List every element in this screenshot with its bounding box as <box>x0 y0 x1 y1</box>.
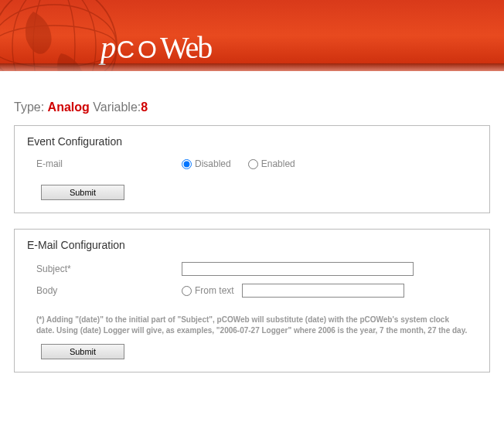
header-divider <box>0 63 504 71</box>
email-label: E-mail <box>27 158 182 169</box>
variable-label: Variable: <box>93 100 141 114</box>
event-configuration-panel: Event Configuration E-mail Disabled Enab… <box>14 125 490 213</box>
body-row: Body From text <box>27 284 477 298</box>
email-enabled-label: Enabled <box>261 158 295 169</box>
type-value: Analog <box>48 100 90 114</box>
email-enabled-radio[interactable] <box>248 159 258 169</box>
subject-label: Subject* <box>27 264 182 274</box>
variable-value: 8 <box>141 100 148 114</box>
body-fromtext-option[interactable]: From text <box>182 285 234 296</box>
email-row: E-mail Disabled Enabled <box>27 158 477 169</box>
header-banner: pCOWeb <box>0 0 504 71</box>
email-radio-group: Disabled Enabled <box>182 158 295 169</box>
body-fromtext-radio[interactable] <box>182 286 192 296</box>
subject-input[interactable] <box>182 262 414 276</box>
event-config-title: Event Configuration <box>27 135 477 148</box>
logo: pCOWeb <box>100 29 211 66</box>
email-configuration-panel: E-Mail Configuration Subject* Body From … <box>14 229 490 372</box>
content-area: Type: Analog Variable:8 Event Configurat… <box>0 71 504 402</box>
body-fromtext-label: From text <box>195 285 234 296</box>
svg-point-4 <box>12 0 96 71</box>
subject-row: Subject* <box>27 262 477 276</box>
event-submit-button[interactable]: Submit <box>41 185 124 200</box>
email-submit-button[interactable]: Submit <box>41 344 124 359</box>
subject-footnote: (*) Adding "(date)" to the initial part … <box>27 305 477 336</box>
body-label: Body <box>27 285 182 296</box>
email-enabled-option[interactable]: Enabled <box>248 158 295 169</box>
email-config-title: E-Mail Configuration <box>27 239 477 251</box>
email-disabled-option[interactable]: Disabled <box>182 158 231 169</box>
email-disabled-radio[interactable] <box>182 159 192 169</box>
fromtext-input[interactable] <box>242 284 404 298</box>
email-disabled-label: Disabled <box>195 158 231 169</box>
type-variable-line: Type: Analog Variable:8 <box>14 100 490 114</box>
type-label: Type: <box>14 100 44 114</box>
